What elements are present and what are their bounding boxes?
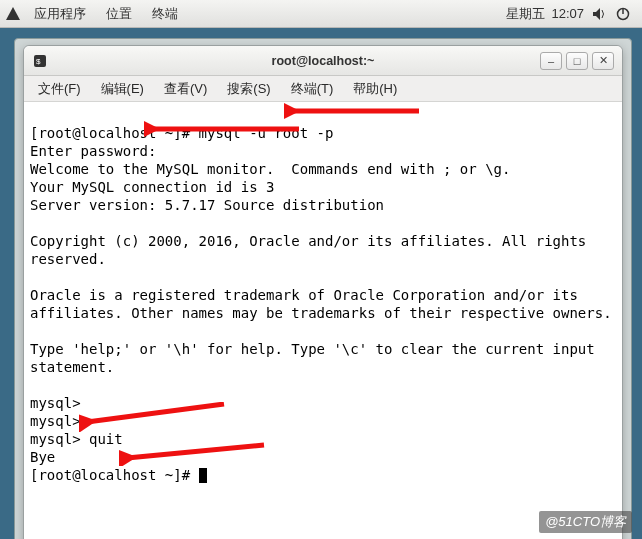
panel-applications[interactable]: 应用程序 [26, 5, 94, 23]
panel-terminal-launcher[interactable]: 终端 [144, 5, 186, 23]
terminal-body[interactable]: [root@localhost ~]# mysql -u root -p Ent… [24, 102, 622, 539]
svg-marker-0 [6, 7, 20, 20]
terminal-line: Oracle is a registered trademark of Orac… [30, 287, 612, 321]
terminal-line: Enter password: [30, 143, 156, 159]
command-text: mysql -u root -p [199, 125, 334, 141]
panel-places[interactable]: 位置 [98, 5, 140, 23]
menu-search[interactable]: 搜索(S) [219, 78, 278, 100]
svg-line-9 [87, 404, 224, 422]
terminal-line: Your MySQL connection id is 3 [30, 179, 274, 195]
terminal-line: Welcome to the MySQL monitor. Commands e… [30, 161, 510, 177]
mysql-prompt: mysql> [30, 431, 89, 447]
arrow-icon [119, 442, 269, 466]
minimize-button[interactable]: – [540, 52, 562, 70]
menu-help[interactable]: 帮助(H) [345, 78, 405, 100]
panel-left: 应用程序 位置 终端 [4, 5, 186, 23]
command-text: quit [89, 431, 123, 447]
panel-day: 星期五 [506, 5, 545, 23]
menu-view[interactable]: 查看(V) [156, 78, 215, 100]
terminal-icon: $ [32, 53, 48, 69]
terminal-line: Server version: 5.7.17 Source distributi… [30, 197, 384, 213]
outer-frame: $ root@localhost:~ – □ ✕ 文件(F) 编辑(E) 查看(… [14, 38, 632, 539]
watermark: @51CTO博客 [539, 511, 632, 533]
menu-file[interactable]: 文件(F) [30, 78, 89, 100]
desktop-area: $ root@localhost:~ – □ ✕ 文件(F) 编辑(E) 查看(… [0, 28, 642, 539]
panel-right: 星期五 12:07 [506, 5, 638, 23]
svg-text:$: $ [36, 57, 41, 66]
mysql-prompt: mysql> [30, 395, 89, 411]
maximize-button[interactable]: □ [566, 52, 588, 70]
prompt: [root@localhost ~]# [30, 467, 199, 483]
arrow-icon [284, 102, 424, 120]
menu-terminal[interactable]: 终端(T) [283, 78, 342, 100]
close-button[interactable]: ✕ [592, 52, 614, 70]
distro-logo-icon [4, 5, 22, 23]
window-controls: – □ ✕ [540, 52, 614, 70]
window-title: root@localhost:~ [24, 54, 622, 68]
power-icon[interactable] [614, 5, 632, 23]
menubar: 文件(F) 编辑(E) 查看(V) 搜索(S) 终端(T) 帮助(H) [24, 76, 622, 102]
cursor-icon [199, 468, 207, 483]
svg-marker-1 [593, 8, 600, 20]
terminal-line: Bye [30, 449, 55, 465]
panel-time: 12:07 [551, 6, 584, 21]
desktop-panel: 应用程序 位置 终端 星期五 12:07 [0, 0, 642, 28]
terminal-window: $ root@localhost:~ – □ ✕ 文件(F) 编辑(E) 查看(… [23, 45, 623, 539]
terminal-line: Copyright (c) 2000, 2016, Oracle and/or … [30, 233, 595, 267]
volume-icon[interactable] [590, 5, 608, 23]
terminal-line: Type 'help;' or '\h' for help. Type '\c'… [30, 341, 603, 375]
menu-edit[interactable]: 编辑(E) [93, 78, 152, 100]
titlebar[interactable]: $ root@localhost:~ – □ ✕ [24, 46, 622, 76]
prompt: [root@localhost ~]# [30, 125, 199, 141]
mysql-prompt: mysql> [30, 413, 89, 429]
arrow-icon [79, 402, 229, 432]
svg-line-10 [127, 445, 264, 458]
